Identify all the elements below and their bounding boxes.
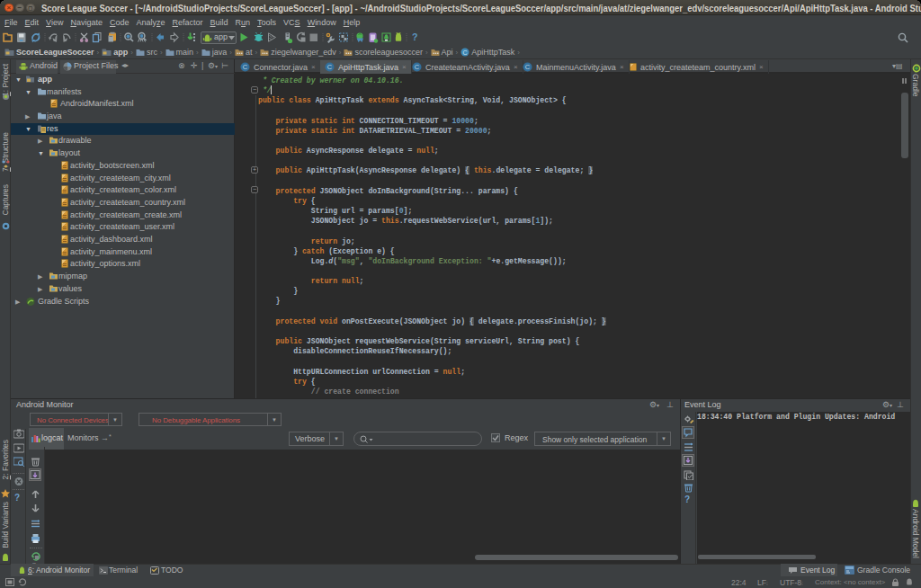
svg-text:C: C xyxy=(525,63,531,71)
svg-text:C: C xyxy=(415,63,420,71)
svg-text:C: C xyxy=(327,63,333,71)
svg-text:C: C xyxy=(243,63,248,71)
svg-text:C: C xyxy=(463,49,468,56)
